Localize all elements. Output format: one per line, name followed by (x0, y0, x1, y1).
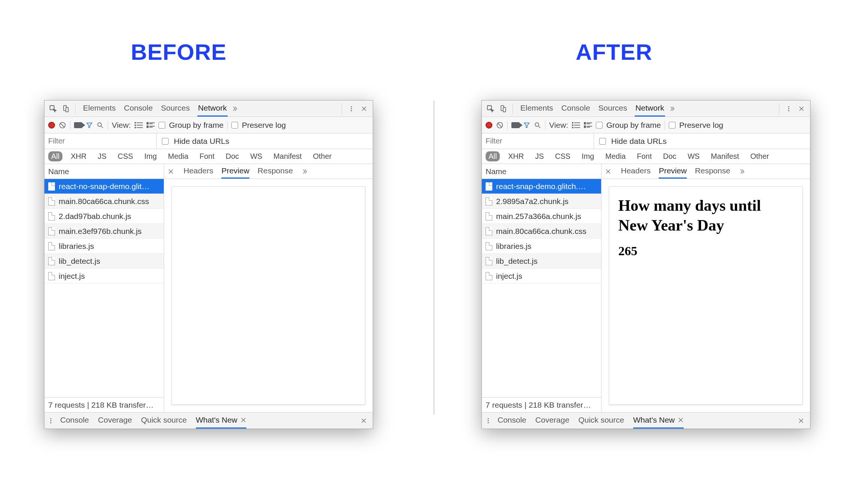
hide-data-urls-checkbox[interactable]: Hide data URLs (157, 137, 229, 146)
request-row[interactable]: react-no-snap-demo.glit… (44, 179, 164, 194)
kebab-menu-icon[interactable] (346, 103, 357, 114)
type-filter-font[interactable]: Font (197, 151, 218, 161)
type-filter-all[interactable]: All (48, 151, 62, 161)
filter-icon[interactable] (523, 122, 530, 129)
tab-network[interactable]: Network (635, 101, 665, 117)
preserve-log-checkbox[interactable]: Preserve log (669, 121, 723, 130)
inspect-icon[interactable] (47, 103, 59, 114)
device-toggle-icon[interactable] (60, 103, 71, 114)
search-icon[interactable] (534, 121, 541, 129)
tab-sources[interactable]: Sources (160, 101, 191, 117)
kebab-menu-icon[interactable] (783, 103, 794, 114)
large-view-icon[interactable] (584, 122, 592, 129)
drawer-tab-what-s-new[interactable]: What's New (633, 413, 684, 429)
search-icon[interactable] (96, 121, 104, 129)
drawer-tab-coverage[interactable]: Coverage (535, 413, 569, 429)
clear-icon[interactable] (59, 121, 66, 129)
tab-elements[interactable]: Elements (82, 101, 117, 117)
overflow-icon[interactable] (229, 103, 240, 114)
type-filter-ws[interactable]: WS (684, 151, 702, 161)
hide-data-urls-checkbox[interactable]: Hide data URLs (594, 137, 667, 146)
type-filter-doc[interactable]: Doc (660, 151, 680, 161)
list-view-icon[interactable] (572, 122, 580, 129)
close-tab-icon[interactable] (240, 417, 246, 423)
type-filter-js[interactable]: JS (95, 151, 109, 161)
tab-sources[interactable]: Sources (598, 101, 628, 117)
tab-elements[interactable]: Elements (520, 101, 554, 117)
preserve-log-checkbox[interactable]: Preserve log (231, 121, 286, 130)
detail-tab-preview[interactable]: Preview (221, 164, 249, 179)
drawer-menu-icon[interactable] (47, 417, 59, 424)
drawer-tab-console[interactable]: Console (60, 413, 89, 429)
close-tab-icon[interactable] (678, 417, 684, 423)
request-row[interactable]: main.e3ef976b.chunk.js (44, 224, 164, 239)
close-devtools-icon[interactable] (358, 103, 370, 114)
overflow-icon[interactable] (667, 103, 678, 114)
screenshot-icon[interactable] (74, 122, 82, 128)
detail-tab-preview[interactable]: Preview (659, 164, 687, 179)
group-by-frame-checkbox[interactable]: Group by frame (158, 121, 224, 130)
detail-overflow-icon[interactable] (739, 168, 745, 175)
close-detail-icon[interactable] (168, 169, 175, 174)
detail-tab-response[interactable]: Response (258, 164, 293, 179)
type-filter-img[interactable]: Img (579, 151, 597, 161)
type-filter-media[interactable]: Media (165, 151, 191, 161)
request-row[interactable]: libraries.js (44, 239, 164, 254)
request-row[interactable]: libraries.js (482, 239, 601, 254)
drawer-tab-console[interactable]: Console (498, 413, 526, 429)
type-filter-xhr[interactable]: XHR (68, 151, 89, 161)
group-by-frame-checkbox[interactable]: Group by frame (596, 121, 661, 130)
large-view-icon[interactable] (147, 122, 155, 129)
type-filter-manifest[interactable]: Manifest (271, 151, 305, 161)
inspect-icon[interactable] (485, 103, 496, 114)
drawer-menu-icon[interactable] (485, 417, 496, 424)
drawer-tab-what-s-new[interactable]: What's New (196, 413, 246, 429)
request-row[interactable]: inject.js (44, 269, 164, 284)
drawer-tab-coverage[interactable]: Coverage (98, 413, 132, 429)
close-devtools-icon[interactable] (796, 103, 807, 114)
request-row[interactable]: 2.9895a7a2.chunk.js (482, 194, 601, 209)
detail-overflow-icon[interactable] (301, 168, 308, 175)
filter-input[interactable] (44, 133, 157, 149)
tab-console[interactable]: Console (561, 101, 591, 117)
detail-tab-headers[interactable]: Headers (184, 164, 213, 179)
request-row[interactable]: lib_detect.js (482, 254, 601, 269)
type-filter-css[interactable]: CSS (115, 151, 136, 161)
screenshot-icon[interactable] (511, 122, 520, 128)
type-filter-img[interactable]: Img (141, 151, 160, 161)
drawer-tab-quick-source[interactable]: Quick source (578, 413, 624, 429)
request-row[interactable]: 2.dad97bab.chunk.js (44, 209, 164, 224)
type-filter-other[interactable]: Other (747, 151, 772, 161)
close-drawer-icon[interactable] (795, 418, 807, 424)
record-button[interactable] (486, 122, 492, 129)
tab-network[interactable]: Network (197, 101, 228, 117)
request-row[interactable]: main.80ca66ca.chunk.css (482, 224, 601, 239)
detail-tab-response[interactable]: Response (695, 164, 730, 179)
type-filter-js[interactable]: JS (532, 151, 547, 161)
request-row[interactable]: react-snap-demo.glitch.… (482, 179, 601, 194)
close-detail-icon[interactable] (605, 169, 613, 174)
filter-input[interactable] (482, 133, 594, 149)
clear-icon[interactable] (496, 121, 504, 129)
type-filter-media[interactable]: Media (602, 151, 628, 161)
type-filter-doc[interactable]: Doc (223, 151, 242, 161)
list-view-icon[interactable] (135, 122, 143, 129)
requests-header-name[interactable]: Name (44, 164, 164, 179)
close-drawer-icon[interactable] (358, 418, 370, 424)
requests-header-name[interactable]: Name (482, 164, 601, 179)
request-row[interactable]: lib_detect.js (44, 254, 164, 269)
device-toggle-icon[interactable] (498, 103, 509, 114)
tab-console[interactable]: Console (123, 101, 154, 117)
type-filter-all[interactable]: All (486, 151, 500, 161)
request-row[interactable]: main.80ca66ca.chunk.css (44, 194, 164, 209)
type-filter-xhr[interactable]: XHR (505, 151, 527, 161)
type-filter-other[interactable]: Other (310, 151, 335, 161)
request-row[interactable]: inject.js (482, 269, 601, 284)
type-filter-manifest[interactable]: Manifest (708, 151, 742, 161)
drawer-tab-quick-source[interactable]: Quick source (141, 413, 187, 429)
filter-icon[interactable] (86, 122, 93, 129)
request-row[interactable]: main.257a366a.chunk.js (482, 209, 601, 224)
type-filter-ws[interactable]: WS (247, 151, 265, 161)
type-filter-font[interactable]: Font (634, 151, 655, 161)
record-button[interactable] (48, 122, 55, 129)
